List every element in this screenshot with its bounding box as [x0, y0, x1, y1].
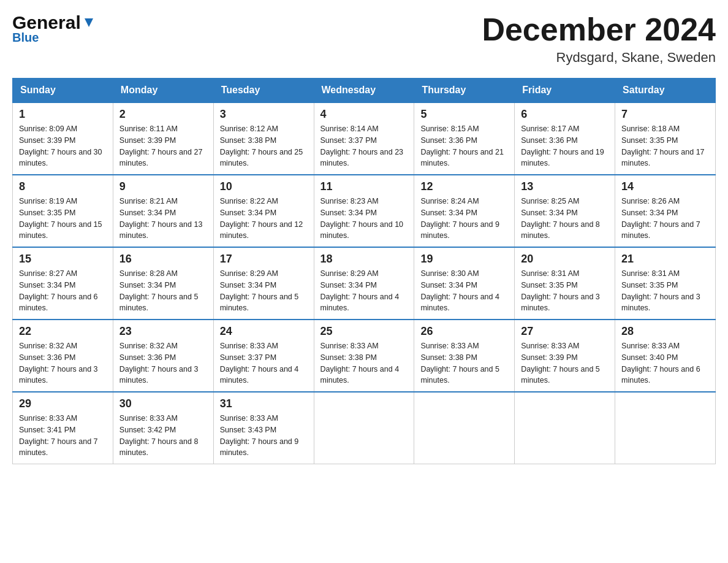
calendar-cell: 15Sunrise: 8:27 AMSunset: 3:34 PMDayligh…	[13, 247, 113, 320]
calendar-cell: 25Sunrise: 8:33 AMSunset: 3:38 PMDayligh…	[314, 320, 414, 392]
day-info: Sunrise: 8:24 AMSunset: 3:34 PMDaylight:…	[420, 196, 508, 242]
day-info: Sunrise: 8:29 AMSunset: 3:34 PMDaylight:…	[320, 268, 408, 314]
day-number: 27	[521, 325, 609, 338]
day-number: 23	[119, 325, 207, 338]
calendar-cell: 21Sunrise: 8:31 AMSunset: 3:35 PMDayligh…	[615, 247, 716, 320]
day-info: Sunrise: 8:26 AMSunset: 3:34 PMDaylight:…	[621, 196, 709, 242]
calendar-cell: 16Sunrise: 8:28 AMSunset: 3:34 PMDayligh…	[113, 247, 213, 320]
day-number: 28	[621, 325, 709, 338]
calendar-cell: 12Sunrise: 8:24 AMSunset: 3:34 PMDayligh…	[414, 175, 515, 247]
logo-blue-text: Blue	[12, 31, 39, 45]
day-number: 26	[420, 325, 508, 338]
day-number: 6	[521, 108, 609, 121]
calendar-cell	[515, 392, 615, 464]
calendar-cell	[314, 392, 414, 464]
day-info: Sunrise: 8:14 AMSunset: 3:37 PMDaylight:…	[320, 123, 408, 169]
day-info: Sunrise: 8:33 AMSunset: 3:38 PMDaylight:…	[420, 340, 508, 386]
day-number: 21	[621, 253, 709, 266]
calendar-week-row: 29Sunrise: 8:33 AMSunset: 3:41 PMDayligh…	[13, 392, 716, 464]
day-number: 10	[220, 180, 308, 193]
day-number: 13	[521, 180, 609, 193]
weekday-header-sunday: Sunday	[13, 79, 113, 103]
day-number: 1	[19, 108, 107, 121]
header: General Blue December 2024 Rydsgard, Ska…	[12, 12, 716, 66]
logo-triangle-icon	[82, 16, 96, 29]
day-info: Sunrise: 8:33 AMSunset: 3:43 PMDaylight:…	[220, 413, 308, 459]
day-number: 25	[320, 325, 408, 338]
day-number: 24	[220, 325, 308, 338]
day-info: Sunrise: 8:33 AMSunset: 3:42 PMDaylight:…	[119, 413, 207, 459]
day-info: Sunrise: 8:23 AMSunset: 3:34 PMDaylight:…	[320, 196, 408, 242]
day-number: 19	[420, 253, 508, 266]
day-info: Sunrise: 8:33 AMSunset: 3:39 PMDaylight:…	[521, 340, 609, 386]
day-info: Sunrise: 8:33 AMSunset: 3:41 PMDaylight:…	[19, 413, 107, 459]
day-number: 30	[119, 397, 207, 410]
calendar-cell: 1Sunrise: 8:09 AMSunset: 3:39 PMDaylight…	[13, 102, 113, 175]
calendar-cell: 26Sunrise: 8:33 AMSunset: 3:38 PMDayligh…	[414, 320, 515, 392]
calendar-cell: 4Sunrise: 8:14 AMSunset: 3:37 PMDaylight…	[314, 102, 414, 175]
calendar-cell: 29Sunrise: 8:33 AMSunset: 3:41 PMDayligh…	[13, 392, 113, 464]
calendar-body: 1Sunrise: 8:09 AMSunset: 3:39 PMDaylight…	[13, 102, 716, 464]
day-number: 18	[320, 253, 408, 266]
day-number: 11	[320, 180, 408, 193]
calendar-cell: 6Sunrise: 8:17 AMSunset: 3:36 PMDaylight…	[515, 102, 615, 175]
day-info: Sunrise: 8:28 AMSunset: 3:34 PMDaylight:…	[119, 268, 207, 314]
day-info: Sunrise: 8:12 AMSunset: 3:38 PMDaylight:…	[220, 123, 308, 169]
weekday-header-thursday: Thursday	[414, 79, 515, 103]
day-number: 20	[521, 253, 609, 266]
day-info: Sunrise: 8:21 AMSunset: 3:34 PMDaylight:…	[119, 196, 207, 242]
day-info: Sunrise: 8:22 AMSunset: 3:34 PMDaylight:…	[220, 196, 308, 242]
day-number: 7	[621, 108, 709, 121]
calendar-cell: 27Sunrise: 8:33 AMSunset: 3:39 PMDayligh…	[515, 320, 615, 392]
calendar-week-row: 1Sunrise: 8:09 AMSunset: 3:39 PMDaylight…	[13, 102, 716, 175]
day-number: 8	[19, 180, 107, 193]
calendar-table: SundayMondayTuesdayWednesdayThursdayFrid…	[12, 78, 716, 464]
calendar-cell	[615, 392, 716, 464]
calendar-cell: 22Sunrise: 8:32 AMSunset: 3:36 PMDayligh…	[13, 320, 113, 392]
calendar-cell: 18Sunrise: 8:29 AMSunset: 3:34 PMDayligh…	[314, 247, 414, 320]
day-info: Sunrise: 8:33 AMSunset: 3:37 PMDaylight:…	[220, 340, 308, 386]
day-info: Sunrise: 8:32 AMSunset: 3:36 PMDaylight:…	[19, 340, 107, 386]
calendar-cell: 13Sunrise: 8:25 AMSunset: 3:34 PMDayligh…	[515, 175, 615, 247]
day-info: Sunrise: 8:33 AMSunset: 3:40 PMDaylight:…	[621, 340, 709, 386]
calendar-cell: 30Sunrise: 8:33 AMSunset: 3:42 PMDayligh…	[113, 392, 213, 464]
svg-marker-0	[85, 18, 93, 27]
weekday-header-row: SundayMondayTuesdayWednesdayThursdayFrid…	[13, 79, 716, 103]
day-info: Sunrise: 8:09 AMSunset: 3:39 PMDaylight:…	[19, 123, 107, 169]
calendar-cell: 7Sunrise: 8:18 AMSunset: 3:35 PMDaylight…	[615, 102, 716, 175]
day-number: 31	[220, 397, 308, 410]
calendar-week-row: 15Sunrise: 8:27 AMSunset: 3:34 PMDayligh…	[13, 247, 716, 320]
day-info: Sunrise: 8:30 AMSunset: 3:34 PMDaylight:…	[420, 268, 508, 314]
day-number: 29	[19, 397, 107, 410]
calendar-cell: 14Sunrise: 8:26 AMSunset: 3:34 PMDayligh…	[615, 175, 716, 247]
day-number: 15	[19, 253, 107, 266]
title-area: December 2024 Rydsgard, Skane, Sweden	[482, 12, 716, 66]
day-info: Sunrise: 8:25 AMSunset: 3:34 PMDaylight:…	[521, 196, 609, 242]
calendar-cell: 11Sunrise: 8:23 AMSunset: 3:34 PMDayligh…	[314, 175, 414, 247]
calendar-cell: 8Sunrise: 8:19 AMSunset: 3:35 PMDaylight…	[13, 175, 113, 247]
day-info: Sunrise: 8:29 AMSunset: 3:34 PMDaylight:…	[220, 268, 308, 314]
day-number: 3	[220, 108, 308, 121]
calendar-cell: 5Sunrise: 8:15 AMSunset: 3:36 PMDaylight…	[414, 102, 515, 175]
calendar-cell: 9Sunrise: 8:21 AMSunset: 3:34 PMDaylight…	[113, 175, 213, 247]
calendar-cell: 2Sunrise: 8:11 AMSunset: 3:39 PMDaylight…	[113, 102, 213, 175]
day-number: 14	[621, 180, 709, 193]
day-number: 5	[420, 108, 508, 121]
day-info: Sunrise: 8:19 AMSunset: 3:35 PMDaylight:…	[19, 196, 107, 242]
calendar-cell: 3Sunrise: 8:12 AMSunset: 3:38 PMDaylight…	[213, 102, 314, 175]
day-number: 4	[320, 108, 408, 121]
day-info: Sunrise: 8:33 AMSunset: 3:38 PMDaylight:…	[320, 340, 408, 386]
calendar-cell: 20Sunrise: 8:31 AMSunset: 3:35 PMDayligh…	[515, 247, 615, 320]
calendar-week-row: 8Sunrise: 8:19 AMSunset: 3:35 PMDaylight…	[13, 175, 716, 247]
calendar-cell: 10Sunrise: 8:22 AMSunset: 3:34 PMDayligh…	[213, 175, 314, 247]
calendar-cell: 17Sunrise: 8:29 AMSunset: 3:34 PMDayligh…	[213, 247, 314, 320]
weekday-header-monday: Monday	[113, 79, 213, 103]
weekday-header-saturday: Saturday	[615, 79, 716, 103]
logo: General Blue	[12, 12, 96, 45]
calendar-cell: 24Sunrise: 8:33 AMSunset: 3:37 PMDayligh…	[213, 320, 314, 392]
calendar-header: SundayMondayTuesdayWednesdayThursdayFrid…	[13, 79, 716, 103]
day-info: Sunrise: 8:32 AMSunset: 3:36 PMDaylight:…	[119, 340, 207, 386]
day-info: Sunrise: 8:31 AMSunset: 3:35 PMDaylight:…	[521, 268, 609, 314]
day-info: Sunrise: 8:15 AMSunset: 3:36 PMDaylight:…	[420, 123, 508, 169]
calendar-cell: 23Sunrise: 8:32 AMSunset: 3:36 PMDayligh…	[113, 320, 213, 392]
